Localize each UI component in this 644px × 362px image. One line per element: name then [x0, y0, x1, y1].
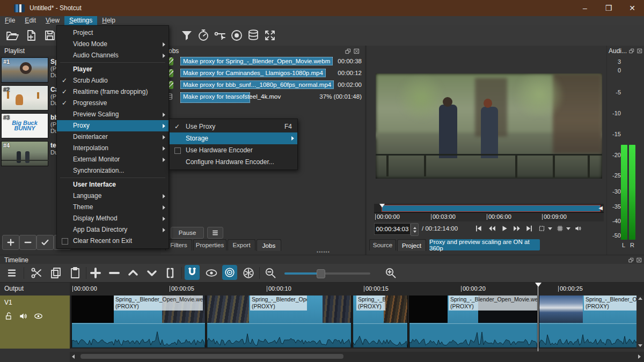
- menu-edit[interactable]: Edit: [20, 16, 41, 25]
- split-icon[interactable]: [164, 267, 177, 279]
- play-button[interactable]: [500, 225, 509, 232]
- player-time-ruler[interactable]: 00:00:00 00:03:00 00:06:00 00:09:00: [374, 212, 604, 221]
- submenu-item-use-hardware-encoder[interactable]: Use Hardware Encoder: [170, 144, 297, 156]
- open-file-icon[interactable]: [5, 29, 19, 42]
- playlist-add-button[interactable]: [2, 235, 19, 250]
- zoom-out-icon[interactable]: [264, 267, 277, 279]
- trim-out-handle[interactable]: ◀: [598, 205, 603, 211]
- menu-item-deinterlacer[interactable]: Deinterlacer: [57, 131, 169, 143]
- connector-icon[interactable]: [214, 29, 226, 42]
- copy-icon[interactable]: [49, 267, 62, 279]
- float-panel-icon[interactable]: [629, 48, 634, 54]
- close-panel-icon[interactable]: [636, 257, 642, 263]
- zoom-slider-handle[interactable]: [317, 269, 325, 278]
- player-scrub-bar[interactable]: ◀: [374, 204, 604, 212]
- track-lock-icon[interactable]: [4, 312, 13, 321]
- timeline-playhead-marker[interactable]: [535, 283, 541, 287]
- menu-item-audio-channels[interactable]: Audio Channels: [57, 50, 169, 61]
- lift-icon[interactable]: [127, 267, 140, 279]
- overwrite-icon[interactable]: [145, 267, 158, 279]
- splitter-handle[interactable]: ••••••: [317, 249, 330, 255]
- fullscreen-icon[interactable]: [264, 29, 276, 42]
- close-panel-icon[interactable]: [354, 48, 360, 54]
- menu-item-interpolation[interactable]: Interpolation: [57, 143, 169, 154]
- float-panel-icon[interactable]: [628, 257, 634, 263]
- menu-item-synchronization[interactable]: Synchronization...: [57, 165, 169, 176]
- track-hide-icon[interactable]: [33, 312, 43, 321]
- timeline-clip[interactable]: Spring_-_Blender_Open_Movie.webm(PROXY): [539, 295, 644, 348]
- menu-view[interactable]: View: [41, 16, 64, 25]
- output-track-header[interactable]: Output: [0, 283, 70, 296]
- close-panel-icon[interactable]: [637, 48, 642, 54]
- menu-file[interactable]: File: [0, 16, 20, 25]
- grid-button[interactable]: [556, 225, 564, 232]
- minimize-button[interactable]: –: [573, 0, 597, 16]
- ripple-toggle[interactable]: [222, 265, 237, 280]
- menu-item-external-monitor[interactable]: External Monitor: [57, 154, 169, 165]
- title-bar[interactable]: Untitled* - Shotcut – ❒ ✕: [0, 0, 644, 16]
- timeline-zoom-slider[interactable]: [284, 272, 370, 275]
- in-out-range[interactable]: [382, 205, 601, 212]
- menu-item-preview-scaling[interactable]: Preview Scaling: [57, 109, 169, 120]
- menu-help[interactable]: Help: [97, 16, 120, 25]
- filters-icon[interactable]: [180, 29, 193, 42]
- zoom-in-icon[interactable]: [384, 267, 397, 279]
- tab-properties[interactable]: Properties: [193, 239, 226, 250]
- rewind-button[interactable]: [487, 225, 497, 232]
- timeline-hscrollbar[interactable]: [70, 352, 644, 362]
- scrub-while-dragging-icon[interactable]: [204, 267, 218, 279]
- playlist-remove-button[interactable]: [19, 235, 36, 250]
- timer-icon[interactable]: [197, 29, 210, 42]
- job-row-2[interactable]: Make proxy for Caminandes_ Llamigos-1080…: [161, 68, 365, 79]
- submenu-item-configure-hardware-encoder[interactable]: Configure Hardware Encoder...: [170, 156, 297, 168]
- hscrollbar-thumb[interactable]: [80, 354, 343, 359]
- job-row-4[interactable]: Make proxy for tearsofsteel_4k.mov 37% (…: [161, 92, 365, 103]
- menu-item-video-mode[interactable]: Video Mode: [57, 39, 169, 50]
- position-spinner[interactable]: [411, 223, 419, 236]
- skip-start-button[interactable]: [474, 225, 483, 232]
- menu-item-project[interactable]: Project: [57, 27, 169, 39]
- record-icon[interactable]: [230, 29, 243, 42]
- menu-item-progressive[interactable]: ✓Progressive: [57, 98, 169, 109]
- menu-item-app-data-directory[interactable]: App Data Directory: [57, 224, 169, 235]
- playlist-update-button[interactable]: [36, 235, 54, 250]
- float-panel-icon[interactable]: [345, 48, 351, 54]
- menu-item-realtime[interactable]: ✓Realtime (frame dropping): [57, 86, 169, 98]
- timeline-ruler[interactable]: 00:00:00 00:00:05 00:00:10 00:00:15 00:0…: [70, 283, 644, 296]
- tab-source[interactable]: Source: [369, 239, 396, 250]
- close-button[interactable]: ✕: [620, 0, 644, 16]
- tab-filters[interactable]: Filters: [165, 239, 192, 250]
- submenu-item-use-proxy[interactable]: ✓Use ProxyF4: [170, 121, 297, 132]
- jobs-menu-button[interactable]: [207, 227, 223, 239]
- stack-icon[interactable]: [247, 29, 260, 42]
- tab-jobs[interactable]: Jobs: [257, 239, 281, 251]
- timeline-playhead-line[interactable]: [538, 286, 538, 351]
- menu-item-scrub-audio[interactable]: ✓Scrub Audio: [57, 75, 169, 86]
- menu-item-display-method[interactable]: Display Method: [57, 213, 169, 224]
- tab-project[interactable]: Project: [397, 239, 426, 251]
- snap-toggle[interactable]: [185, 265, 200, 280]
- menu-item-clear-recent[interactable]: Clear Recent on Exit: [57, 235, 169, 247]
- maximize-button[interactable]: ❒: [597, 0, 620, 16]
- jobs-pause-button[interactable]: Pause: [171, 227, 204, 239]
- timeline-vscrollbar[interactable]: [636, 295, 644, 349]
- cut-icon[interactable]: [30, 267, 43, 279]
- timeline-clip[interactable]: Spring_-_Blender_Open_Movie.webm(PROXY): [409, 295, 538, 348]
- skip-end-button[interactable]: [525, 225, 533, 232]
- current-position-field[interactable]: 00:00:34:03: [374, 223, 411, 235]
- proxy-status-badge[interactable]: Proxy and preview scaling are ON at 360p: [429, 239, 540, 250]
- ripple-delete-icon[interactable]: [108, 267, 121, 279]
- menu-item-proxy[interactable]: Proxy: [57, 120, 169, 131]
- menu-item-language[interactable]: Language: [57, 190, 169, 202]
- menu-settings[interactable]: Settings: [64, 16, 97, 25]
- zoom-fit-button[interactable]: [538, 225, 546, 232]
- open-other-icon[interactable]: [24, 29, 38, 42]
- zoom-dropdown-icon[interactable]: [548, 227, 552, 230]
- player-playhead[interactable]: [379, 204, 385, 208]
- grid-dropdown-icon[interactable]: [566, 227, 570, 230]
- timeline-menu-icon[interactable]: [6, 268, 17, 278]
- volume-icon[interactable]: [574, 225, 582, 232]
- track-mute-icon[interactable]: [18, 312, 28, 321]
- track-header-v1[interactable]: V1: [0, 295, 70, 349]
- append-icon[interactable]: [89, 267, 102, 279]
